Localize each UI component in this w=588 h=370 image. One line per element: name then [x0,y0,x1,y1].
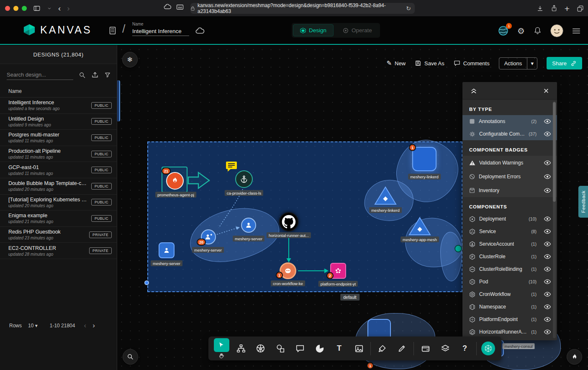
node-label-cron-workflow[interactable]: cron-workflow-ke [271,280,305,286]
badge-row-inventory[interactable]: Inventory [462,183,557,197]
error-badge[interactable]: 21 [162,167,171,175]
design-row[interactable]: Enigma exampleupdated 21 minutes ago PUB… [0,211,117,227]
minimize-window-button[interactable] [13,6,18,11]
comments-button[interactable]: Comments [454,60,490,67]
visibility-eye-icon[interactable] [544,329,551,334]
column-header-name[interactable]: Name [0,84,117,98]
design-name-input[interactable] [132,27,189,36]
design-row[interactable]: Production-alt Pipelineupdated 11 minute… [0,146,117,162]
panel-scrollbar-thumb[interactable] [553,102,556,202]
actions-dropdown[interactable]: Actions ▾ [499,57,538,69]
pencil-tool[interactable] [392,344,412,353]
node-label-ca-provider[interactable]: ca-provider-class-ls [225,190,263,196]
visibility-eye-icon[interactable] [544,292,551,297]
visibility-eye-icon[interactable] [544,160,551,165]
feedback-tab[interactable]: Feedback [578,186,588,218]
tab-overview-icon[interactable] [577,5,584,12]
node-ca-provider[interactable] [235,170,253,188]
layer-row-configurable-components[interactable]: Configurable Compon (37) [462,128,557,140]
help-tool[interactable]: ? [455,344,475,353]
arrow-shape[interactable] [187,171,210,190]
node-label-app-mesh[interactable]: meshery-app-mesh [401,236,439,242]
new-button[interactable]: ✎ New [387,59,406,67]
error-badge[interactable]: 1 [276,272,283,279]
search-icon[interactable] [79,72,86,79]
node-app-mesh[interactable] [408,216,431,236]
node-linkerd-top[interactable] [412,147,437,171]
design-canvas[interactable]: ❄ ✎ New Save As Comments Actions ▾ Share [117,45,588,370]
component-row-namespace[interactable]: Namespace (1) [462,301,557,313]
visibility-eye-icon[interactable] [544,229,551,234]
node-linkerd-mid[interactable] [374,186,397,206]
component-row-cronworkflow[interactable]: CronWorkflow (1) [462,288,557,301]
component-row-pod[interactable]: Pod (10) [462,275,557,288]
design-row[interactable]: Intelligent Inferenceupdated a few secon… [0,98,117,114]
node-server-square[interactable] [159,242,175,258]
prev-page-button[interactable]: ‹ [84,321,86,330]
shapes-tool[interactable] [270,344,290,353]
design-row[interactable]: [Tutorial] Exploring Kubernetes Podupdat… [0,195,117,211]
kubernetes-tool[interactable] [251,344,270,353]
reload-icon[interactable]: ↻ [406,5,411,12]
error-badge[interactable]: 2 [326,272,334,279]
downloads-icon[interactable] [537,5,544,12]
visibility-eye-icon[interactable] [544,119,551,124]
component-row-serviceaccount[interactable]: ServiceAccount (1) [462,238,557,250]
node-label-server[interactable]: meshery-server [151,260,182,266]
card-tool[interactable] [416,344,435,353]
node-label-server[interactable]: meshery-server [233,236,264,242]
avatar[interactable] [550,24,563,37]
error-badge[interactable]: 20 [197,239,206,246]
component-row-clusterrolebinding[interactable]: ClusterRoleBinding (1) [462,263,557,275]
new-tab-icon[interactable]: + [565,4,570,13]
component-row-service[interactable]: Service (8) [462,225,557,238]
error-badge[interactable]: 1 [367,362,374,369]
zoom-button[interactable] [123,349,138,365]
back-button[interactable]: ‹ [58,4,61,12]
design-row[interactable]: Double Bubble Map Template-copyupdated 2… [0,178,117,195]
visibility-eye-icon[interactable] [544,304,551,309]
select-tool[interactable] [212,338,231,359]
share-icon[interactable] [551,5,557,12]
pie-tool[interactable] [310,344,329,353]
rows-per-page-select[interactable]: 10 ▾ [28,323,38,329]
component-row-clusterrole[interactable]: ClusterRole (1) [462,250,557,263]
visibility-eye-icon[interactable] [544,254,551,259]
comment-tool[interactable] [290,344,310,353]
media-tool[interactable] [349,344,369,353]
node-label-linkerd-top[interactable]: meshery-linkerd [408,174,441,180]
pen-tool[interactable] [372,344,392,353]
chevron-down-icon[interactable] [47,6,52,11]
component-row-deployment[interactable]: Deployment (10) [462,213,557,225]
tab-design[interactable]: Design [293,24,334,36]
component-row-platformendpoint[interactable]: PlatformEndpoint (1) [462,313,557,326]
icloud-tabs-icon[interactable] [163,3,172,10]
design-row[interactable]: Untitled Designupdated 9 minutes ago PUB… [0,114,117,130]
node-prometheus[interactable] [166,172,184,190]
tab-operate[interactable]: Operate [336,24,379,36]
visibility-eye-icon[interactable] [544,131,551,136]
node-label-linkerd-mid[interactable]: meshery-linkerd [369,207,402,213]
layer-row-annotations[interactable]: Annotations (2) [462,115,557,128]
reader-view-icon[interactable] [176,4,184,10]
node-label-server[interactable]: meshery-server [192,247,224,253]
node-github-runner[interactable] [279,212,298,231]
snowflake-button[interactable]: ❄ [122,52,138,67]
badge-row-validation-warnings[interactable]: Validation Warnings [462,156,557,170]
sidebar-toggle-icon[interactable] [33,5,41,12]
close-panel-icon[interactable] [543,88,549,94]
comment-note-icon[interactable] [225,161,238,172]
node-server-circle[interactable] [241,218,256,233]
panel-scrollbar[interactable] [553,101,556,338]
cloud-sync-icon[interactable] [195,27,205,34]
collapse-panel-icon[interactable] [470,87,477,94]
flame-button[interactable] [567,349,582,365]
gear-icon[interactable]: ⚙ [517,26,525,36]
visibility-eye-icon[interactable] [544,188,551,193]
visibility-eye-icon[interactable] [544,267,551,272]
zoom-window-button[interactable] [22,6,27,11]
menu-icon[interactable] [572,28,580,34]
relationship-tool[interactable] [231,344,251,353]
close-window-button[interactable] [5,6,10,11]
layers-tool[interactable] [435,344,455,353]
